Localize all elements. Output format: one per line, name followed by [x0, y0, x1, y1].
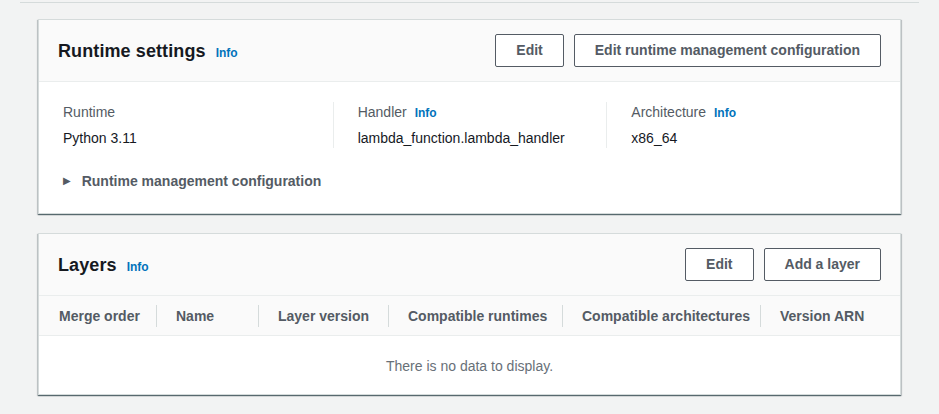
caret-right-icon: ▶ — [63, 176, 71, 186]
expander-label: Runtime management configuration — [82, 172, 322, 190]
handler-label: Handler — [358, 102, 407, 122]
column-header-compatible-runtimes: Compatible runtimes — [388, 296, 562, 335]
runtime-settings-card: Runtime settings Info Edit Edit runtime … — [38, 19, 901, 214]
runtime-value: Python 3.11 — [63, 128, 333, 148]
edit-runtime-settings-button[interactable]: Edit — [495, 34, 563, 67]
runtime-label: Runtime — [63, 102, 115, 122]
runtime-settings-title: Runtime settings — [58, 40, 206, 62]
handler-value: lambda_function.lambda_handler — [358, 128, 607, 148]
column-header-version-arn: Version ARN — [760, 296, 900, 335]
column-header-merge-order: Merge order — [39, 296, 156, 335]
add-a-layer-button[interactable]: Add a layer — [764, 248, 881, 281]
layers-title: Layers — [58, 254, 117, 276]
column-header-compatible-architectures: Compatible architectures — [562, 296, 760, 335]
runtime-management-configuration-expander[interactable]: ▶ Runtime management configuration — [63, 172, 880, 190]
runtime-settings-fields: Runtime Python 3.11 Handler Info lambda_… — [59, 102, 880, 148]
runtime-settings-header: Runtime settings Info Edit Edit runtime … — [39, 20, 900, 82]
layers-table-header: Merge order Name Layer version Compatibl… — [39, 296, 900, 336]
handler-field: Handler Info lambda_function.lambda_hand… — [333, 102, 607, 148]
layers-card: Layers Info Edit Add a layer Merge order… — [38, 233, 901, 395]
empty-table-message: There is no data to display. — [39, 336, 900, 376]
architecture-value: x86_64 — [631, 128, 880, 148]
architecture-field: Architecture Info x86_64 — [606, 102, 880, 148]
info-link[interactable]: Info — [127, 260, 149, 274]
architecture-label: Architecture — [631, 102, 706, 122]
info-link[interactable]: Info — [714, 106, 736, 120]
edit-layers-button[interactable]: Edit — [685, 248, 753, 281]
runtime-field: Runtime Python 3.11 — [59, 102, 333, 148]
column-header-layer-version: Layer version — [258, 296, 388, 335]
layers-header: Layers Info Edit Add a layer — [39, 234, 900, 296]
edit-runtime-management-configuration-button[interactable]: Edit runtime management configuration — [574, 34, 881, 67]
top-divider — [20, 2, 919, 3]
info-link[interactable]: Info — [415, 106, 437, 120]
column-header-name: Name — [156, 296, 258, 335]
info-link[interactable]: Info — [216, 46, 238, 60]
